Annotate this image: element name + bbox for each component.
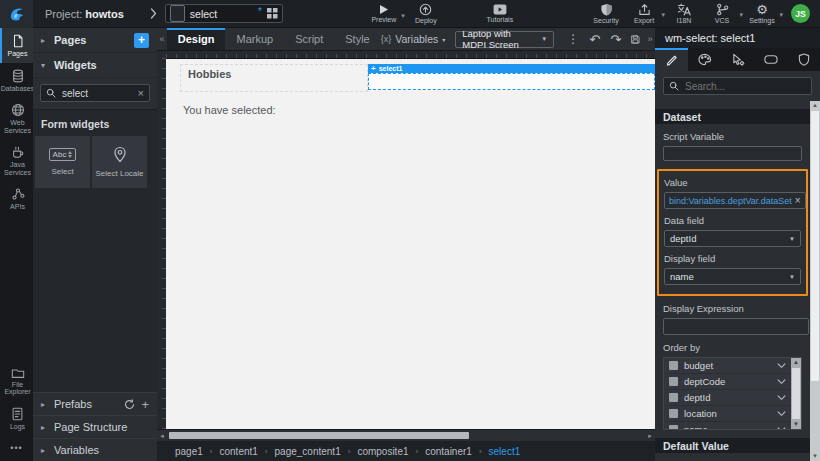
scroll-right-icon[interactable]: ▸ (645, 432, 655, 440)
more-actions-icon[interactable]: ⋮ (567, 32, 579, 46)
checkbox[interactable] (669, 409, 678, 418)
prefabs-section-header[interactable]: ▸ Prefabs + (33, 392, 157, 415)
deploy-button[interactable]: Deploy (411, 3, 441, 24)
save-icon[interactable] (631, 33, 640, 46)
hobbies-label[interactable]: Hobbies (180, 64, 368, 92)
data-field-select[interactable]: deptId ▼ (664, 230, 801, 247)
add-prefab-icon[interactable]: + (141, 397, 149, 412)
checkbox[interactable] (669, 377, 678, 386)
scrollbar-thumb[interactable] (169, 432, 469, 439)
order-by-option-deptcode[interactable]: deptCode (664, 374, 791, 390)
selected-widget-tag[interactable]: + select1 (368, 64, 655, 73)
chevron-down-icon[interactable] (777, 427, 786, 431)
preview-button[interactable]: Preview ▾ (369, 4, 399, 23)
properties-search-box (663, 77, 812, 95)
breadcrumb-composite1[interactable]: composite1 (357, 446, 408, 457)
export-button[interactable]: Export ▾ (629, 3, 659, 24)
checkbox[interactable] (669, 425, 678, 430)
chevron-down-icon[interactable] (777, 411, 786, 417)
properties-search-input[interactable] (683, 80, 806, 93)
widget-card-select-locale[interactable]: Select Locale (92, 136, 147, 188)
default-value-section-header[interactable]: Default Value (655, 438, 810, 453)
scroll-up-icon[interactable]: ▲ (793, 358, 799, 367)
select1-input[interactable] (368, 73, 655, 90)
order-by-option-deptid[interactable]: deptId (664, 390, 791, 406)
scrollbar-thumb[interactable] (792, 368, 800, 419)
pages-section-header[interactable]: ▸ Pages + (33, 28, 157, 53)
dropdown-arrow-icon: ▼ (789, 236, 795, 242)
properties-scrollbar[interactable]: ▲ ▼ (810, 101, 820, 461)
checkbox[interactable] (669, 361, 678, 370)
order-by-option-budget[interactable]: budget (664, 358, 791, 374)
tutorials-button[interactable]: Tutorials (485, 4, 515, 23)
variables-section-header[interactable]: ▸ Variables (33, 438, 157, 461)
chevron-down-icon[interactable] (777, 363, 786, 369)
breadcrumb-page1[interactable]: page1 (175, 446, 203, 457)
scroll-left-icon[interactable]: ◂ (157, 432, 167, 440)
display-field-select[interactable]: name ▼ (664, 268, 801, 285)
user-avatar[interactable]: JS (791, 4, 810, 23)
order-by-option-location[interactable]: location (664, 406, 791, 422)
tab-styles[interactable] (688, 48, 721, 71)
vcs-button[interactable]: VCS ▾ (707, 3, 737, 24)
i18n-button[interactable]: I18N (669, 3, 699, 24)
breadcrumb-content1[interactable]: content1 (219, 446, 257, 457)
tab-markup[interactable]: Markup (225, 28, 284, 50)
tab-design[interactable]: Design (167, 28, 226, 50)
sidebar-item-file-explorer[interactable]: File Explorer (0, 361, 33, 401)
select1-widget[interactable]: + select1 (368, 64, 655, 92)
breadcrumb-select1[interactable]: select1 (489, 446, 521, 457)
sidebar-item-logs[interactable]: Logs (0, 401, 33, 436)
tab-script[interactable]: Script (284, 28, 334, 50)
add-page-button[interactable]: + (134, 33, 149, 48)
checkbox[interactable] (669, 393, 678, 402)
order-by-option-name[interactable]: name (664, 422, 791, 430)
widgets-section-header[interactable]: ▾ Widgets (33, 53, 157, 78)
tab-properties[interactable] (655, 48, 688, 71)
collapse-left-panel-icon[interactable]: « (157, 34, 167, 44)
variables-dropdown[interactable]: {x} Variables ▾ (381, 33, 446, 45)
page-structure-section-header[interactable]: ▸ Page Structure (33, 415, 157, 438)
value-field[interactable]: bind:Variables.deptVar.dataSet × (664, 192, 806, 209)
breadcrumb-page-content1[interactable]: page_content1 (275, 446, 341, 457)
sidebar-item-apis[interactable]: APIs (0, 181, 33, 216)
scrollbar-thumb[interactable] (811, 111, 819, 381)
shield-outline-icon (798, 53, 810, 66)
activity-bar: Pages Databases Web Services Java Servic… (0, 28, 33, 461)
tab-device[interactable] (754, 48, 787, 71)
display-expression-input[interactable] (668, 320, 804, 333)
security-button[interactable]: Security (591, 3, 621, 24)
sidebar-item-web-services[interactable]: Web Services (0, 97, 33, 139)
undo-icon[interactable]: ↶ (589, 32, 600, 47)
widget-card-select[interactable]: Abc Select (35, 136, 90, 188)
clear-search-icon[interactable]: × (138, 87, 144, 99)
app-logo[interactable] (0, 0, 33, 28)
tab-security-props[interactable] (787, 48, 820, 71)
design-canvas[interactable]: Hobbies + select1 You have selected: (166, 58, 655, 429)
clear-binding-icon[interactable]: × (795, 195, 801, 206)
script-variable-input[interactable] (668, 147, 797, 160)
more-options-icon[interactable]: ••• (0, 435, 33, 461)
scroll-down-icon[interactable]: ▼ (793, 420, 799, 429)
refresh-icon[interactable] (124, 399, 135, 410)
chevron-down-icon[interactable] (777, 395, 786, 401)
sidebar-item-pages[interactable]: Pages (0, 28, 33, 63)
sidebar-item-databases[interactable]: Databases (0, 63, 33, 98)
page-tab-select[interactable]: select * (165, 4, 283, 23)
sidebar-item-java-services[interactable]: Java Services (0, 139, 33, 181)
order-by-scrollbar[interactable]: ▲ ▼ (791, 358, 801, 429)
grid-icon[interactable] (267, 8, 278, 19)
tab-events[interactable] (721, 48, 754, 71)
breadcrumb-container1[interactable]: container1 (425, 446, 472, 457)
dataset-section-header[interactable]: Dataset (655, 109, 810, 124)
widget-search-input[interactable] (60, 87, 134, 100)
tab-style[interactable]: Style (334, 28, 380, 50)
redo-icon[interactable]: ↷ (610, 32, 621, 47)
collapse-right-panel-icon[interactable]: » (645, 34, 655, 44)
scroll-up-icon[interactable]: ▲ (812, 101, 818, 110)
scroll-down-icon[interactable]: ▼ (812, 452, 818, 461)
canvas-horizontal-scrollbar[interactable]: ◂ ▸ (157, 429, 655, 441)
device-selector[interactable]: Laptop with MDPI Screen ▼ (455, 31, 554, 48)
chevron-down-icon[interactable] (777, 379, 786, 385)
settings-button[interactable]: ⚙ Settings ▾ (747, 3, 777, 24)
